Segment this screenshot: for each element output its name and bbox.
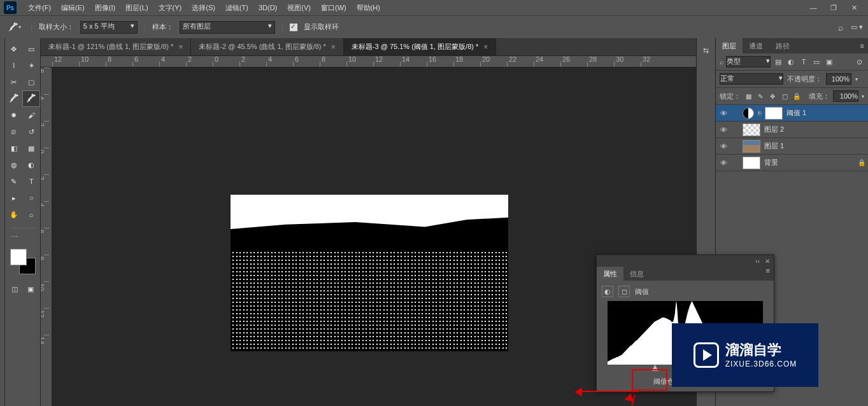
visibility-icon[interactable]: 👁: [718, 159, 729, 167]
show-sampling-ring-checkbox[interactable]: [290, 24, 297, 31]
close-icon[interactable]: ✕: [765, 258, 770, 265]
search-icon[interactable]: ⌕: [838, 22, 843, 32]
slider-thumb-icon[interactable]: [652, 365, 658, 371]
sample-target-select[interactable]: 所有图层 ▾: [180, 21, 275, 34]
menu-3d[interactable]: 3D(D): [253, 4, 282, 11]
frame-tool-icon[interactable]: ▢: [23, 74, 41, 90]
filter-shape-icon[interactable]: ▭: [811, 57, 822, 67]
menu-file[interactable]: 文件(F): [23, 3, 56, 13]
panel-tab-layers[interactable]: 图层: [716, 38, 743, 53]
chevron-down-icon[interactable]: ▾: [855, 76, 858, 82]
layer-name[interactable]: 图层 1: [764, 141, 865, 151]
clone-stamp-tool-icon[interactable]: ⎚: [5, 123, 23, 140]
panel-tab-channels[interactable]: 通道: [743, 38, 769, 53]
filter-pixel-icon[interactable]: ▤: [773, 57, 783, 67]
filter-adjust-icon[interactable]: ◐: [786, 57, 796, 67]
blur-tool-icon[interactable]: ◍: [5, 157, 23, 173]
window-minimize-icon[interactable]: —: [808, 3, 818, 13]
lock-artboard-icon[interactable]: ▢: [780, 92, 789, 101]
move-tool-icon[interactable]: ✥: [5, 41, 23, 57]
collapse-icon[interactable]: ‹‹: [755, 258, 760, 265]
lock-brush-icon[interactable]: ✎: [756, 92, 765, 101]
type-tool-icon[interactable]: T: [23, 173, 41, 190]
menu-select[interactable]: 选择(S): [187, 3, 220, 13]
filter-type-select[interactable]: 类型 ▾: [726, 56, 771, 67]
lock-pixels-icon[interactable]: ▦: [744, 92, 753, 101]
edit-toolbar-icon[interactable]: ⋯: [5, 228, 23, 245]
filter-smart-icon[interactable]: ▣: [824, 57, 834, 67]
panel-menu-icon[interactable]: ≡: [857, 42, 868, 50]
visibility-icon[interactable]: 👁: [718, 143, 729, 150]
close-icon[interactable]: ×: [331, 43, 336, 52]
window-close-icon[interactable]: ✕: [849, 3, 859, 13]
brush-tool-icon[interactable]: 🖌: [23, 107, 41, 123]
link-icon[interactable]: ⎘: [758, 110, 761, 116]
layer-row[interactable]: 👁 图层 1: [716, 138, 868, 155]
quick-mask-icon[interactable]: ◫: [6, 281, 23, 297]
layer-row[interactable]: 👁 背景 🔒: [716, 155, 868, 171]
menu-window[interactable]: 窗口(W): [316, 3, 352, 13]
dock-handle-left[interactable]: [0, 38, 5, 406]
healing-brush-tool-icon[interactable]: ✹: [5, 107, 23, 123]
gradient-tool-icon[interactable]: ▦: [23, 140, 41, 157]
blend-mode-select[interactable]: 正常 ▾: [720, 73, 783, 85]
pen-tool-icon[interactable]: ✎: [5, 173, 23, 190]
layer-name[interactable]: 阈值 1: [786, 108, 865, 118]
crop-tool-icon[interactable]: ✂: [5, 74, 23, 90]
layer-row[interactable]: 👁 图层 2: [716, 122, 868, 138]
panel-tab-info[interactable]: 信息: [623, 267, 650, 281]
eyedropper-tool-icon[interactable]: [5, 90, 22, 107]
eraser-tool-icon[interactable]: ◧: [5, 140, 23, 157]
menu-view[interactable]: 视图(V): [282, 3, 316, 13]
panel-menu-icon[interactable]: ≡: [762, 267, 774, 281]
current-tool-eyedropper-icon[interactable]: ▾: [5, 19, 24, 36]
filter-toggle-icon[interactable]: ⊙: [854, 57, 864, 67]
menu-image[interactable]: 图像(I): [90, 3, 120, 13]
adjustment-thumb-icon[interactable]: [743, 108, 754, 119]
hand-tool-icon[interactable]: ✋: [5, 206, 23, 223]
color-sampler-tool-icon[interactable]: [22, 90, 40, 107]
zoom-tool-icon[interactable]: ⌕: [23, 206, 41, 223]
filter-type-icon[interactable]: T: [799, 57, 809, 67]
layer-name[interactable]: 背景: [764, 158, 854, 167]
screen-mode-icon[interactable]: ▣: [23, 281, 39, 297]
lasso-tool-icon[interactable]: ⌇: [5, 57, 23, 74]
ruler-vertical[interactable]: 64202468101214: [41, 67, 52, 406]
quick-select-tool-icon[interactable]: ✶: [23, 57, 41, 74]
panel-tab-properties[interactable]: 属性: [597, 267, 623, 281]
doc-tab-3[interactable]: 未标题-3 @ 75.1% (阈值 1, 图层蒙版/8) * ×: [344, 38, 496, 55]
menu-edit[interactable]: 编辑(E): [56, 3, 90, 13]
layer-thumb[interactable]: [743, 123, 760, 136]
chevron-down-icon[interactable]: ▾: [862, 94, 864, 99]
layer-thumb[interactable]: [743, 157, 760, 169]
ruler-horizontal[interactable]: 1210864202468101214161820222426283032: [41, 56, 696, 67]
layer-row[interactable]: 👁 ⎘ 阈值 1: [716, 105, 868, 122]
color-swatches[interactable]: [10, 249, 36, 274]
collapse-panel-icon[interactable]: ⇆: [699, 43, 713, 57]
menu-help[interactable]: 帮助(H): [352, 3, 385, 13]
path-select-tool-icon[interactable]: ▸: [5, 190, 23, 206]
close-icon[interactable]: ×: [483, 43, 488, 52]
dodge-tool-icon[interactable]: ◐: [23, 157, 41, 173]
layer-thumb[interactable]: [743, 140, 760, 153]
lock-all-icon[interactable]: 🔒: [792, 92, 801, 101]
doc-tab-1[interactable]: 未标题-1 @ 121% (曲线 1, 图层蒙版/8) * ×: [41, 38, 191, 55]
lock-position-icon[interactable]: ✥: [768, 92, 777, 101]
history-brush-tool-icon[interactable]: ↺: [23, 123, 41, 140]
window-restore-icon[interactable]: ❐: [829, 3, 839, 13]
menu-layer[interactable]: 图层(L): [120, 3, 153, 13]
opacity-input[interactable]: [826, 73, 851, 85]
doc-tab-2[interactable]: 未标题-2 @ 45.5% (曲线 1, 图层蒙版/8) * ×: [191, 38, 343, 55]
workspace-switcher-icon[interactable]: ▭ ▾: [851, 23, 863, 31]
panel-tab-paths[interactable]: 路径: [769, 38, 796, 53]
marquee-tool-icon[interactable]: ▭: [23, 41, 41, 57]
visibility-icon[interactable]: 👁: [718, 126, 729, 134]
visibility-icon[interactable]: 👁: [718, 109, 729, 117]
layer-mask-thumb[interactable]: [765, 107, 783, 120]
menu-filter[interactable]: 滤镜(T): [220, 3, 253, 13]
shape-tool-icon[interactable]: ○: [23, 190, 41, 206]
close-icon[interactable]: ×: [178, 43, 183, 52]
foreground-color-swatch[interactable]: [10, 249, 27, 265]
sample-size-select[interactable]: 5 x 5 平均 ▾: [80, 21, 138, 34]
fill-input[interactable]: [833, 90, 858, 102]
